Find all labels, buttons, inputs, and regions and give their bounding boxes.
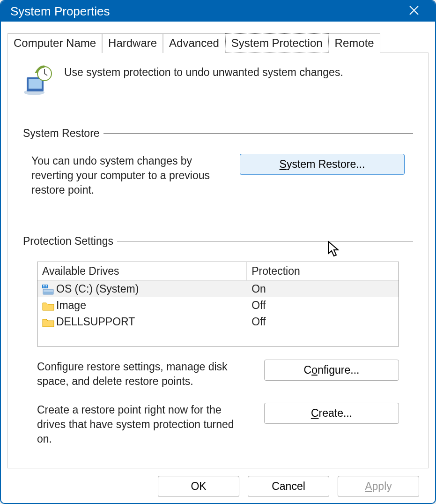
- system-restore-row: You can undo system changes by reverting…: [23, 154, 413, 197]
- configure-description: Configure restore settings, manage disk …: [37, 360, 250, 389]
- drive-protection: Off: [247, 314, 399, 330]
- svg-rect-2: [29, 79, 42, 89]
- svg-point-8: [43, 286, 44, 287]
- mnemonic: o: [311, 364, 318, 376]
- dialog-button-row: OK Cancel Apply: [7, 468, 429, 504]
- apply-button[interactable]: Apply: [338, 476, 419, 497]
- svg-point-5: [43, 285, 44, 286]
- configure-button[interactable]: Configure...: [264, 360, 399, 381]
- tab-bar: Computer Name Hardware Advanced System P…: [7, 33, 429, 53]
- system-restore-heading-label: System Restore: [23, 127, 100, 140]
- svg-point-9: [44, 286, 45, 287]
- system-properties-dialog: System Properties Computer Name Hardware…: [0, 0, 436, 504]
- create-row: Create a restore point right now for the…: [23, 403, 413, 446]
- drives-table: Available Drives Protection: [37, 262, 399, 346]
- titlebar: System Properties: [1, 1, 435, 22]
- system-restore-button[interactable]: System Restore...: [240, 154, 405, 175]
- label-suffix: nfigure...: [318, 364, 360, 376]
- ok-button[interactable]: OK: [158, 476, 239, 497]
- create-button[interactable]: Create...: [264, 403, 399, 424]
- window-title: System Properties: [10, 4, 110, 19]
- svg-point-10: [46, 286, 47, 287]
- create-description: Create a restore point right now for the…: [37, 403, 250, 446]
- tab-remote[interactable]: Remote: [329, 33, 380, 53]
- svg-point-7: [46, 285, 47, 286]
- drive-name: DELLSUPPORT: [56, 316, 135, 328]
- col-protection[interactable]: Protection: [247, 262, 399, 281]
- folder-icon: [42, 317, 53, 327]
- divider: [103, 133, 413, 134]
- system-restore-heading: System Restore: [23, 127, 413, 140]
- button-label-suffix: ystem Restore...: [287, 158, 365, 170]
- intro-row: Use system protection to undo unwanted s…: [23, 65, 413, 99]
- folder-icon: [42, 301, 53, 310]
- table-row[interactable]: DELLSUPPORT Off: [37, 314, 399, 330]
- mnemonic: S: [280, 158, 287, 170]
- svg-rect-12: [43, 292, 53, 294]
- tab-computer-name[interactable]: Computer Name: [7, 33, 102, 53]
- protection-settings-heading-label: Protection Settings: [23, 235, 113, 248]
- tab-hardware[interactable]: Hardware: [102, 33, 163, 53]
- configure-row: Configure restore settings, manage disk …: [23, 360, 413, 389]
- label-prefix: C: [304, 364, 312, 376]
- drives-header: Available Drives Protection: [37, 262, 399, 281]
- drive-name: Image: [56, 299, 86, 312]
- mnemonic: C: [311, 407, 319, 419]
- col-available-drives[interactable]: Available Drives: [37, 262, 247, 281]
- protection-settings-heading: Protection Settings: [23, 235, 413, 248]
- label-suffix: reate...: [319, 407, 353, 419]
- close-icon[interactable]: [402, 1, 426, 22]
- table-spacer: [37, 330, 399, 346]
- label-suffix: pply: [372, 480, 392, 492]
- drive-protection: Off: [247, 297, 399, 314]
- table-row[interactable]: Image Off: [37, 297, 399, 314]
- divider: [117, 241, 413, 241]
- os-drive-icon: [42, 285, 53, 294]
- table-row[interactable]: OS (C:) (System) On: [37, 281, 399, 297]
- cancel-button[interactable]: Cancel: [248, 476, 329, 497]
- content-area: Computer Name Hardware Advanced System P…: [1, 22, 435, 504]
- svg-point-6: [44, 285, 45, 286]
- system-restore-description: You can undo system changes by reverting…: [31, 154, 221, 197]
- drive-protection: On: [247, 281, 399, 297]
- drive-name: OS (C:) (System): [56, 283, 139, 295]
- mnemonic: A: [365, 480, 372, 492]
- intro-text: Use system protection to undo unwanted s…: [64, 65, 343, 79]
- tab-advanced[interactable]: Advanced: [163, 33, 225, 53]
- tab-system-protection[interactable]: System Protection: [225, 33, 329, 53]
- tab-panel-system-protection: Use system protection to undo unwanted s…: [7, 53, 429, 468]
- system-restore-icon: [23, 65, 55, 99]
